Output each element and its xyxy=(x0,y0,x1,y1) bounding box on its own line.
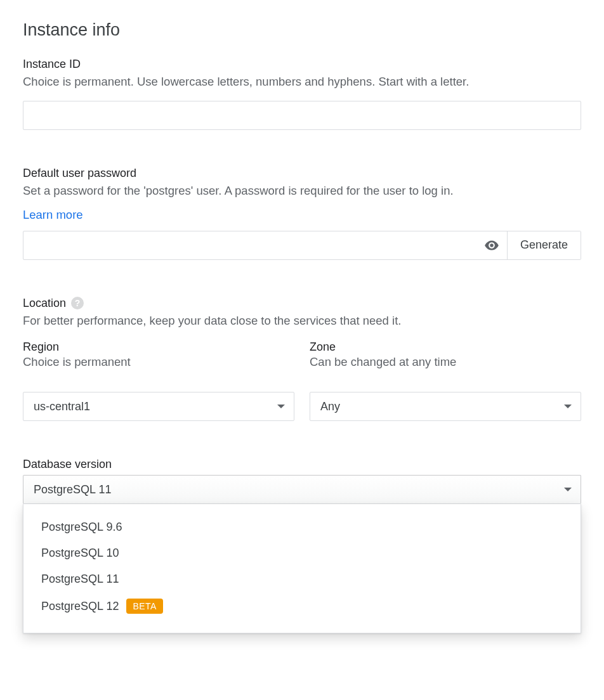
db-version-select[interactable]: PostgreSQL 11 xyxy=(23,475,581,504)
zone-select[interactable]: Any xyxy=(310,392,581,421)
region-value: us-central1 xyxy=(34,400,90,413)
region-col: Region Choice is permanent us-central1 xyxy=(23,340,294,421)
db-version-option-label: PostgreSQL 10 xyxy=(41,547,119,560)
region-help: Choice is permanent xyxy=(23,355,294,369)
password-input[interactable] xyxy=(23,231,476,259)
password-help: Set a password for the 'postgres' user. … xyxy=(23,183,581,200)
db-version-option-label: PostgreSQL 9.6 xyxy=(41,521,122,534)
chevron-down-icon xyxy=(277,405,285,408)
help-icon[interactable]: ? xyxy=(71,297,84,309)
db-version-label: Database version xyxy=(23,458,581,471)
zone-label: Zone xyxy=(310,340,581,354)
region-label: Region xyxy=(23,340,294,354)
beta-badge: BETA xyxy=(126,599,163,614)
password-learn-more-link[interactable]: Learn more xyxy=(23,208,83,222)
instance-id-group: Instance ID Choice is permanent. Use low… xyxy=(23,58,581,130)
instance-id-input[interactable] xyxy=(23,101,581,130)
instance-id-label: Instance ID xyxy=(23,58,581,71)
db-version-dropdown: PostgreSQL 9.6PostgreSQL 10PostgreSQL 11… xyxy=(23,504,581,633)
password-visibility-toggle[interactable] xyxy=(476,231,507,259)
zone-help: Can be changed at any time xyxy=(310,355,581,369)
db-version-value: PostgreSQL 11 xyxy=(34,483,111,496)
db-version-option[interactable]: PostgreSQL 9.6 xyxy=(23,514,581,540)
password-row: Generate xyxy=(23,231,581,260)
zone-value: Any xyxy=(320,400,340,413)
password-label: Default user password xyxy=(23,167,581,180)
region-select[interactable]: us-central1 xyxy=(23,392,294,421)
location-row: Region Choice is permanent us-central1 Z… xyxy=(23,340,581,421)
db-version-option-label: PostgreSQL 11 xyxy=(41,573,119,586)
location-group: Location ? For better performance, keep … xyxy=(23,297,581,422)
page-title: Instance info xyxy=(23,20,581,40)
password-group: Default user password Set a password for… xyxy=(23,167,581,260)
zone-col: Zone Can be changed at any time Any xyxy=(310,340,581,421)
instance-id-help: Choice is permanent. Use lowercase lette… xyxy=(23,74,581,91)
db-version-option-label: PostgreSQL 12 xyxy=(41,600,119,613)
location-label-text: Location xyxy=(23,297,66,310)
location-label: Location ? xyxy=(23,297,581,310)
db-version-group: Database version PostgreSQL 11 PostgreSQ… xyxy=(23,458,581,633)
eye-icon xyxy=(483,237,500,254)
db-version-option[interactable]: PostgreSQL 10 xyxy=(23,540,581,566)
chevron-down-icon xyxy=(564,488,572,491)
location-help: For better performance, keep your data c… xyxy=(23,313,581,330)
generate-password-button[interactable]: Generate xyxy=(507,231,581,259)
chevron-down-icon xyxy=(564,405,572,408)
db-version-option[interactable]: PostgreSQL 11 xyxy=(23,566,581,592)
db-version-option[interactable]: PostgreSQL 12BETA xyxy=(23,592,581,620)
